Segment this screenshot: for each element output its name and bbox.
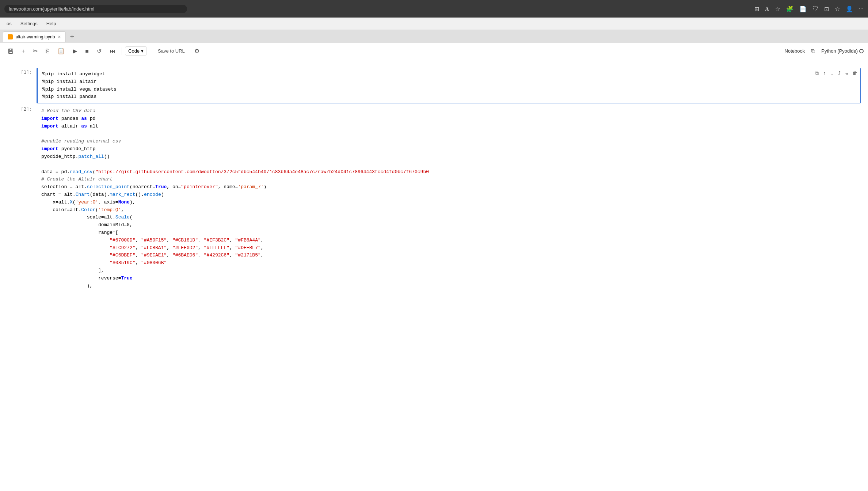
- cell-2-line-19: "#FC9272", "#FCBBA1", "#FEE0D2", "#FFFFF…: [41, 244, 857, 252]
- browser-icons: ⊞ 𝐀 ☆ 🧩 📄 🛡 ⊡ ☆ 👤 ···: [754, 5, 864, 12]
- chevron-down-icon: ▾: [141, 48, 144, 54]
- toolbar-separator-2: [150, 47, 150, 55]
- notebook-tab-label: altair-warming.ipynb: [16, 34, 55, 39]
- cut-button[interactable]: ✂: [30, 46, 41, 56]
- cell-2-line-2: import pandas as pd: [41, 115, 857, 123]
- cell-2-line-16: domainMid=0,: [41, 221, 857, 229]
- share-icon[interactable]: ⤴: [837, 70, 842, 77]
- svg-rect-2: [9, 52, 12, 53]
- cell-2-line-24: ),: [41, 282, 857, 290]
- cell-2-line-6: import pyodide_http: [41, 145, 857, 153]
- kernel-status: Python (Pyodide): [821, 48, 864, 54]
- notebook-tab-icon: [8, 34, 13, 39]
- cell-2-line-5: #enable reading external csv: [41, 138, 857, 145]
- cell-2-line-22: ],: [41, 267, 857, 275]
- cell-2-line-9: data = pd.read_csv("https://gist.githubu…: [41, 168, 857, 176]
- cell-2-line-8: [41, 161, 857, 168]
- cell-2-line-14: color=alt.Color('temp:Q',: [41, 206, 857, 214]
- cell-2-line-18: "#67000D", "#A50F15", "#CB181D", "#EF3B2…: [41, 237, 857, 244]
- delete-cell-icon[interactable]: 🗑: [851, 70, 859, 77]
- save-to-url-button[interactable]: Save to URL: [153, 46, 190, 56]
- profile-icon[interactable]: 👤: [846, 5, 853, 12]
- cell-2-line-23: reverse=True: [41, 275, 857, 282]
- notebook-content: [1]: ⧉ ↑ ↓ ⤴ ⇥ 🗑 %pip install anywidget …: [0, 59, 868, 491]
- copy-cell-icon[interactable]: ⧉: [814, 70, 820, 77]
- menu-help[interactable]: Help: [43, 19, 60, 28]
- move-down-icon[interactable]: ↓: [829, 70, 835, 77]
- settings-gear-button[interactable]: ⚙: [191, 46, 203, 56]
- cell-2-line-20: "#C6DBEF", "#9ECAE1", "#6BAED6", "#4292C…: [41, 252, 857, 259]
- restart-button[interactable]: ↺: [94, 46, 105, 56]
- kernel-name-label: Python (Pyodide): [821, 48, 858, 54]
- cell-2-line-3: import altair as alt: [41, 123, 857, 130]
- cell-2-line-17: range=[: [41, 229, 857, 237]
- toolbar-separator: [122, 47, 122, 55]
- add-cell-button[interactable]: +: [18, 46, 28, 56]
- app-menu-bar: os Settings Help: [0, 18, 868, 30]
- paste-button[interactable]: 📋: [54, 46, 68, 56]
- toolbar-right-section: Notebook ⧉ Python (Pyodide): [785, 46, 864, 56]
- split-icon[interactable]: ⊡: [824, 5, 829, 12]
- cell-1: [1]: ⧉ ↑ ↓ ⤴ ⇥ 🗑 %pip install anywidget …: [0, 68, 868, 103]
- kernel-selector[interactable]: Code ▾: [125, 46, 147, 56]
- cell-1-line-3: %pip install vega_datasets: [42, 86, 857, 94]
- indent-icon[interactable]: ⇥: [844, 70, 849, 77]
- page-icon[interactable]: 📄: [799, 5, 807, 12]
- cell-2: [2]: # Read the CSV data import pandas a…: [0, 105, 868, 292]
- notebook-tab[interactable]: altair-warming.ipynb ×: [3, 31, 66, 42]
- kernel-label: Code: [128, 48, 140, 54]
- cell-2-number: [2]:: [7, 105, 37, 292]
- cell-1-content[interactable]: ⧉ ↑ ↓ ⤴ ⇥ 🗑 %pip install anywidget %pip …: [38, 68, 861, 103]
- grid-icon[interactable]: ⊞: [754, 5, 759, 12]
- kernel-status-circle: [859, 49, 864, 53]
- cell-2-line-10: # Create the Altair chart: [41, 176, 857, 183]
- cell-2-line-1: # Read the CSV data: [41, 107, 857, 115]
- notebook-label: Notebook: [785, 48, 805, 54]
- more-icon[interactable]: ···: [859, 5, 864, 12]
- cell-2-line-15: scale=alt.Scale(: [41, 214, 857, 221]
- tab-bar: altair-warming.ipynb × +: [0, 30, 868, 43]
- cell-2-line-11: selection = alt.selection_point(nearest=…: [41, 183, 857, 191]
- copy-button[interactable]: ⎘: [42, 46, 53, 56]
- move-up-icon[interactable]: ↑: [822, 70, 827, 77]
- cell-1-toolbar: ⧉ ↑ ↓ ⤴ ⇥ 🗑: [814, 70, 859, 77]
- cell-2-line-21: "#08519C", "#08306B": [41, 259, 857, 267]
- stop-button[interactable]: ■: [82, 46, 92, 56]
- svg-rect-1: [9, 49, 12, 50]
- tab-close-button[interactable]: ×: [58, 34, 61, 40]
- save-button[interactable]: [4, 46, 17, 56]
- url-bar[interactable]: lanwootton.com/jupyterlite/lab/index.htm…: [4, 5, 187, 13]
- star-icon[interactable]: ☆: [775, 5, 780, 12]
- cell-2-line-13: x=alt.X('year:O', axis=None),: [41, 199, 857, 206]
- notebook-toolbar: + ✂ ⎘ 📋 ▶ ■ ↺ ⏭ Code ▾ Save to URL ⚙ Not…: [0, 43, 868, 59]
- menu-settings[interactable]: Settings: [17, 19, 41, 28]
- cell-2-line-12: chart = alt.Chart(data).mark_rect().enco…: [41, 191, 857, 199]
- cell-1-line-4: %pip install pandas: [42, 93, 857, 101]
- new-tab-button[interactable]: +: [67, 33, 77, 41]
- cell-2-content[interactable]: # Read the CSV data import pandas as pd …: [37, 105, 861, 292]
- cell-1-line-1: %pip install anywidget: [42, 71, 857, 78]
- run-button[interactable]: ▶: [69, 46, 80, 56]
- cell-2-line-4: [41, 130, 857, 138]
- open-in-new-button[interactable]: ⧉: [808, 46, 818, 56]
- cell-1-line-2: %pip install altair: [42, 78, 857, 86]
- browser-chrome: lanwootton.com/jupyterlite/lab/index.htm…: [0, 0, 868, 18]
- font-icon[interactable]: 𝐀: [765, 5, 769, 12]
- cell-2-line-7: pyodide_http.patch_all(): [41, 153, 857, 161]
- shield-icon[interactable]: 🛡: [812, 5, 818, 12]
- menu-os[interactable]: os: [3, 19, 15, 28]
- fast-forward-button[interactable]: ⏭: [106, 46, 119, 56]
- cell-1-number: [1]:: [7, 68, 37, 103]
- extensions-icon[interactable]: 🧩: [786, 5, 793, 12]
- fav-icon[interactable]: ☆: [835, 5, 840, 12]
